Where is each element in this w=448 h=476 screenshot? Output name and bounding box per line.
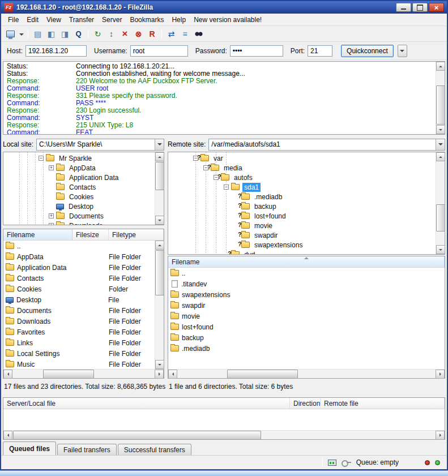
file-row[interactable]: MusicFile Folder: [3, 359, 155, 369]
combo-dropdown-icon[interactable]: [155, 139, 164, 150]
tree-node[interactable]: movie: [168, 221, 436, 230]
maximize-button[interactable]: [412, 3, 428, 12]
synchronized-browsing-button[interactable]: ⇄: [165, 28, 178, 40]
file-row[interactable]: ..: [168, 268, 445, 278]
tree-node[interactable]: media: [168, 163, 436, 173]
scroll-up-arrow[interactable]: [436, 62, 445, 71]
scroll-down-arrow[interactable]: [155, 216, 164, 225]
minimize-button[interactable]: [396, 3, 411, 12]
disconnect-button[interactable]: ⊗: [132, 28, 145, 40]
file-row[interactable]: .mediadb: [168, 343, 445, 354]
log-scrollbar[interactable]: [436, 62, 445, 134]
local-tree-scrollbar[interactable]: [155, 152, 164, 225]
toggle-message-log-button[interactable]: ▤: [31, 28, 44, 40]
menu-view[interactable]: View: [42, 15, 65, 25]
tree-node[interactable]: .mediadb: [168, 192, 436, 201]
column-header-direction[interactable]: Direction: [290, 398, 321, 409]
expand-icon[interactable]: [49, 213, 54, 218]
refresh-button[interactable]: ↻: [91, 28, 104, 40]
scroll-left-arrow[interactable]: [3, 431, 12, 440]
close-button[interactable]: [429, 3, 444, 12]
remote-list-hscrollbar[interactable]: [168, 369, 445, 378]
combo-dropdown-icon[interactable]: [436, 139, 445, 150]
scroll-thumb[interactable]: [155, 250, 164, 295]
expand-icon[interactable]: [49, 165, 54, 170]
scroll-up-arrow[interactable]: [155, 241, 164, 250]
column-header-server-local-file[interactable]: Server/Local file: [3, 398, 290, 409]
expand-icon[interactable]: [49, 223, 54, 225]
file-row[interactable]: FavoritesFile Folder: [3, 327, 155, 337]
tree-node[interactable]: dvd: [168, 250, 436, 255]
toggle-remote-tree-button[interactable]: ◨: [58, 28, 71, 40]
file-row[interactable]: DocumentsFile Folder: [3, 305, 155, 316]
scroll-left-arrow[interactable]: [168, 370, 177, 379]
menu-file[interactable]: File: [4, 15, 23, 25]
host-input[interactable]: [25, 45, 87, 57]
tab-successful-transfers[interactable]: Successful transfers: [118, 444, 191, 455]
queue-body[interactable]: [3, 409, 445, 430]
menu-server[interactable]: Server: [98, 15, 126, 25]
password-input[interactable]: [230, 45, 283, 57]
tree-node[interactable]: Desktop: [3, 201, 155, 211]
scroll-thumb[interactable]: [436, 85, 445, 125]
site-manager-button[interactable]: [4, 28, 17, 40]
process-queue-button[interactable]: ↕: [105, 28, 118, 40]
menu-help[interactable]: Help: [168, 15, 190, 25]
tab-queued-files[interactable]: Queued files: [3, 441, 56, 455]
find-files-button[interactable]: [192, 28, 205, 40]
tree-node[interactable]: swapextensions: [168, 240, 436, 250]
column-header-remote-file[interactable]: Remote file: [321, 398, 445, 409]
scroll-down-arrow[interactable]: [436, 245, 445, 254]
scroll-thumb[interactable]: [43, 370, 94, 379]
tree-node[interactable]: backup: [168, 201, 436, 211]
queue-hscrollbar[interactable]: [3, 430, 445, 439]
scroll-right-arrow[interactable]: [155, 370, 164, 379]
scroll-right-arrow[interactable]: [436, 370, 445, 379]
column-header-filetype[interactable]: Filetype: [109, 229, 164, 240]
column-header-filename[interactable]: Filename: [3, 229, 72, 240]
local-list-hscrollbar[interactable]: [3, 369, 164, 378]
tree-node[interactable]: Application Data: [3, 173, 155, 182]
tree-node[interactable]: Contacts: [3, 182, 155, 192]
scroll-right-arrow[interactable]: [436, 431, 445, 440]
file-row[interactable]: ContactsFile Folder: [3, 273, 155, 284]
file-row[interactable]: backup: [168, 332, 445, 343]
file-row[interactable]: swapdir: [168, 300, 445, 311]
quickconnect-button[interactable]: Quickconnect: [341, 45, 394, 57]
directory-comparison-button[interactable]: ≡: [178, 28, 191, 40]
collapse-icon[interactable]: [224, 185, 229, 190]
scroll-up-arrow[interactable]: [436, 152, 445, 161]
tree-node[interactable]: var: [168, 153, 436, 163]
scroll-up-arrow[interactable]: [155, 152, 164, 161]
scroll-down-arrow[interactable]: [436, 125, 445, 134]
menu-edit[interactable]: Edit: [23, 15, 42, 25]
file-row[interactable]: lost+found: [168, 321, 445, 332]
tree-node[interactable]: autofs: [168, 173, 436, 182]
scroll-down-arrow[interactable]: [155, 360, 164, 369]
toggle-queue-button[interactable]: Q: [72, 28, 85, 40]
tree-node[interactable]: Cookies: [3, 192, 155, 201]
menu-new-version[interactable]: New version available!: [190, 15, 266, 25]
scroll-left-arrow[interactable]: [3, 370, 12, 379]
file-row[interactable]: .titandev: [168, 278, 445, 289]
username-input[interactable]: [130, 45, 188, 57]
file-row[interactable]: ..: [3, 241, 155, 251]
tree-node[interactable]: Documents: [3, 211, 155, 221]
file-row[interactable]: AppDataFile Folder: [3, 251, 155, 262]
column-header-filesize[interactable]: Filesize: [72, 229, 109, 240]
collapse-icon[interactable]: [39, 156, 44, 161]
file-row[interactable]: movie: [168, 311, 445, 321]
file-row[interactable]: CookiesFolder: [3, 284, 155, 294]
tree-node[interactable]: lost+found: [168, 211, 436, 221]
menu-bookmarks[interactable]: Bookmarks: [126, 15, 168, 25]
site-manager-dropdown[interactable]: [18, 28, 25, 40]
port-input[interactable]: [308, 45, 332, 57]
scroll-thumb[interactable]: [436, 204, 445, 231]
scroll-thumb[interactable]: [13, 431, 261, 440]
local-site-input[interactable]: [37, 139, 155, 150]
tab-failed-transfers[interactable]: Failed transfers: [57, 444, 117, 455]
tree-node[interactable]: swapdir: [168, 230, 436, 240]
scroll-thumb[interactable]: [155, 162, 164, 190]
file-row[interactable]: DownloadsFile Folder: [3, 316, 155, 327]
tree-node[interactable]: Mr Sparkle: [3, 153, 155, 163]
